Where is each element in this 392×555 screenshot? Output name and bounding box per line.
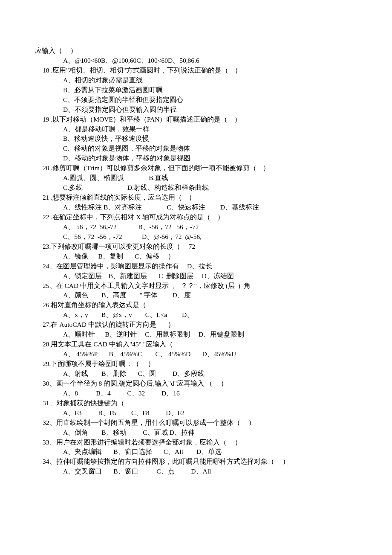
text-line: 28.用文本工具在 CAD 中输入"45° "应输入（	[30, 340, 362, 349]
text-line: A、镜像 B、复制 C、偏移 ）	[30, 252, 362, 262]
exam-page: 应输入（ ）A、@100<60B、@100,60C、100<60D、50,86.…	[0, 0, 392, 502]
text-line: A、夹点编辑 B、窗口选择 C、All D、单选	[30, 447, 362, 457]
text-line: A、顺时针 B、逆时针 C、用鼠标限制 D、用键盘限制	[30, 330, 362, 340]
text-line: 24、在图层管理器中，影响图层显示的操作有 D、拉长	[30, 262, 362, 271]
text-line: 31、对象捕获的快捷键为（	[30, 398, 362, 408]
text-line: A、都是移动叮嘱，效果一样	[30, 125, 362, 134]
text-line: 18 .应用"相切、相切、相切"方式画圆时，下列说法正确的是（ ）	[30, 66, 362, 76]
text-line: 30、画一个半径为 8 的圆,确定圆心后,输入"d"应再输入 （ ）	[30, 379, 362, 389]
text-line: A、 56，72 56,-72 B、-56，72 56，-72	[30, 222, 362, 232]
text-line: 19 .以下对移动（MOVE）和平移（PAN）叮嘱描述正确的是（ ）	[30, 115, 362, 125]
text-line: 32、用直线绘制一个封闭五角星，用什么叮嘱可以形成一个整体（ ）	[30, 418, 362, 428]
text-line: 33、用户在对图形进行编辑时若须要选择全部对象，应输入（ ）	[30, 438, 362, 447]
text-line: C、移动的对象是视图，平移的对象是物体	[30, 144, 362, 154]
text-line: D、不须要指定圆心但要输入圆的半径	[30, 105, 362, 115]
text-line: 29.下面哪项不属于绘图叮嘱：（ ）	[30, 359, 362, 369]
text-line: C、不须要指定圆的半径和但要指定圆心	[30, 95, 362, 105]
text-line: A、射线 B、删除 C、圆 D、多段线	[30, 369, 362, 379]
text-line: 25、在 CAD 中用文本工具输入文字时显示 、 ？？"，应修改 (层 ) 角	[30, 281, 362, 291]
text-line: 26.相对直角坐标的输入表达式是（	[30, 300, 362, 310]
text-line: A、颜色 B、高度 " 字体 D、度	[30, 291, 362, 300]
text-line: 27.在 AutoCAD 中默认的旋转正方向是 ）	[30, 320, 362, 330]
text-line: A.圆弧、圆、椭圆弧 B.直线	[30, 173, 362, 183]
text-line: A、 45%%P B、45%%C C、 45%%D D、45%%U	[30, 349, 362, 359]
text-line: 34、拉伸叮嘱能够按指定的方向拉伸图形，此叮嘱只能用哪种方式选择对象（ ）	[30, 457, 362, 467]
text-line: B、移动速度快，平移速度慢	[30, 134, 362, 144]
text-line: A、x，y B、@x，y C、L<a D、	[30, 310, 362, 320]
text-line: 20 .修剪叮嘱（Trim）可以修剪多余对象，但下面的哪一项不能被修剪（ ）	[30, 163, 362, 173]
text-line: 应输入（ ）	[30, 46, 362, 56]
text-line: A、倒角 B、移动 C、面域 D、拉伸	[30, 428, 362, 438]
text-line: C、56，72 -56，-72 D、@-56，72 @-56,	[30, 232, 362, 242]
text-line: C.多线 D.射线、构造线和样条曲线	[30, 183, 362, 193]
text-line: 22 .在确定坐标中，下列点相对 X 轴可成为对称点的是（ ）	[30, 212, 362, 222]
text-line: 21 .想要标注倾斜直线的实际长度，应当选用（ ）	[30, 193, 362, 203]
text-line: A、锁定图层 B、新建图层 C 删除图层 D、冻结图	[30, 271, 362, 281]
text-line: D、移动的对象是物体，平移的对象是视图	[30, 154, 362, 163]
text-line: 23.下列修改叮嘱哪一项可以变更对象的长度（ 72	[30, 242, 362, 252]
text-line: A、@100<60B、@100,60C、100<60D、50,86.6	[30, 56, 362, 66]
text-line: B、必需从下拉菜单激活画圆叮嘱	[30, 85, 362, 95]
text-line: A、F3 B、F5 C、F8 D、F2	[30, 408, 362, 418]
text-line: A、线性标注 B、对齐标注 C、快速标注 D、基线标注	[30, 203, 362, 212]
text-line: A、交叉窗口 B、窗口 C、点 D、All	[30, 467, 362, 477]
text-line: A、8 B、4 C、32 D、16	[30, 389, 362, 398]
text-line: A、相切的对象必需是直线	[30, 76, 362, 85]
